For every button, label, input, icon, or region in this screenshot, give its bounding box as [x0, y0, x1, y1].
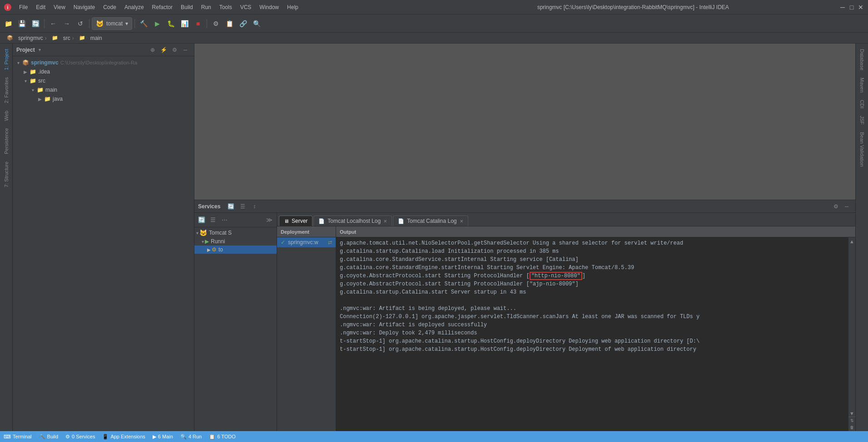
tab-catalina-close[interactable]: ✕ [460, 219, 463, 224]
menu-edit[interactable]: Edit [32, 3, 49, 11]
sidebar-tab-structure[interactable]: 7: Structure [2, 158, 11, 191]
project-locate-btn[interactable]: ⊕ [148, 45, 158, 55]
menu-view[interactable]: View [50, 3, 69, 11]
tree-item-java[interactable]: ▶ 📁 java [13, 94, 194, 103]
services-group-btn[interactable]: ☰ [238, 201, 248, 211]
breadcrumb-src[interactable]: src [63, 35, 70, 41]
services-refresh-btn[interactable]: 🔄 [226, 201, 236, 211]
menu-analyze[interactable]: Analyze [121, 3, 148, 11]
menu-navigate[interactable]: Navigate [70, 3, 99, 11]
sidebar-tab-favorites[interactable]: 2: Favorites [2, 74, 11, 107]
menu-bar: File Edit View Navigate Code Analyze Ref… [15, 3, 427, 11]
forward-button[interactable]: → [60, 17, 73, 30]
sidebar-tab-persistence[interactable]: Persistence [2, 124, 11, 157]
log-content[interactable]: g.apache.tomcat.util.net.NioSelectorPool… [336, 237, 848, 431]
project-panel-tools: ⊕ ⚡ ⚙ ─ [148, 45, 190, 55]
breadcrumb-main[interactable]: main [90, 35, 102, 41]
toolbar-separator-1 [44, 19, 45, 28]
right-tab-database[interactable]: Database [858, 45, 867, 74]
open-button[interactable]: 📁 [2, 17, 15, 30]
tree-item-main[interactable]: ▾ 📁 main [13, 85, 194, 94]
srv-tree-running[interactable]: ▾ ▶ Runni [194, 237, 277, 246]
menu-code[interactable]: Code [99, 3, 120, 11]
tab-tomcat-localhost[interactable]: 📄 Tomcat Localhost Log ✕ [313, 216, 392, 226]
search-everywhere-button[interactable]: 🔍 [250, 17, 263, 30]
srv-tree-tomcat[interactable]: ▾ 🐱 Tomcat S [194, 228, 277, 237]
build-project-button[interactable]: 🔨 [137, 17, 150, 30]
status-todo[interactable]: 📋 6 TODO [209, 434, 236, 440]
services-settings-btn[interactable]: ⚙ [831, 201, 841, 211]
recent-button[interactable]: ↺ [74, 17, 87, 30]
tree-item-src[interactable]: ▾ 📁 src [13, 76, 194, 85]
services-minimize-btn[interactable]: ─ [842, 201, 852, 211]
menu-vcs[interactable]: VCS [237, 3, 255, 11]
right-sidebar: Database Maven CDI JSF Bean Validation [855, 44, 868, 431]
open-profiler-button[interactable]: 📋 [223, 17, 236, 30]
external-tools-button[interactable]: 🔗 [237, 17, 249, 30]
status-main[interactable]: ▶ 6 Main [153, 434, 173, 440]
toolbar-separator-2 [89, 19, 89, 28]
run-icon: 🔍 [180, 434, 187, 440]
scroll-up-btn[interactable]: ▲ [849, 238, 855, 245]
back-button[interactable]: ← [47, 17, 60, 30]
status-terminal[interactable]: ⌨ Terminal [4, 434, 32, 440]
srv-more-btn[interactable]: ⋯ [219, 215, 230, 226]
srv-label-running: Runni [211, 238, 225, 245]
menu-help[interactable]: Help [283, 3, 302, 11]
menu-window[interactable]: Window [256, 3, 283, 11]
breadcrumb: 📦 springmvc › 📁 src › 📁 main [0, 33, 868, 44]
stop-button[interactable]: ■ [192, 17, 204, 30]
status-app-ext[interactable]: 📱 App Extensions [102, 434, 145, 440]
attach-profiler-button[interactable]: ⚙ [209, 17, 222, 30]
tree-item-idea[interactable]: ▶ 📁 .idea [13, 67, 194, 76]
extra-scroll-btn-2[interactable]: 🗑 [848, 424, 855, 431]
srv-label-to: to [218, 246, 223, 253]
right-tab-bean-validation[interactable]: Bean Validation [858, 128, 867, 170]
status-build[interactable]: 🔨 Build [39, 434, 58, 440]
menu-refactor[interactable]: Refactor [149, 3, 176, 11]
status-run[interactable]: 🔍 4 Run [180, 434, 202, 440]
sidebar-tab-web[interactable]: Web [2, 107, 11, 124]
status-services[interactable]: ⚙ 0 Services [65, 434, 95, 440]
menu-build[interactable]: Build [177, 3, 197, 11]
srv-expand-btn[interactable]: ≫ [264, 215, 275, 226]
deployment-item-label: springmvc:w [288, 239, 318, 246]
tree-item-springmvc[interactable]: ▾ 📦 springmvc C:\Users\ly\Desktop\integr… [13, 58, 194, 67]
close-button[interactable]: ✕ [857, 4, 864, 11]
right-tab-maven[interactable]: Maven [858, 74, 867, 96]
menu-run[interactable]: Run [198, 3, 215, 11]
maximize-button[interactable]: □ [848, 4, 855, 11]
svg-text:i: i [7, 5, 9, 10]
output-panel: 🖥 Server 📄 Tomcat Localhost Log ✕ 📄 Tomc… [277, 213, 855, 431]
right-tab-jsf[interactable]: JSF [858, 112, 867, 128]
project-panel-dropdown[interactable]: ▾ [39, 47, 41, 52]
tab-localhost-close[interactable]: ✕ [383, 219, 387, 224]
run-config-selector[interactable]: 🐱 tomcat ▾ [92, 17, 132, 30]
project-filter-btn[interactable]: ⚡ [159, 45, 169, 55]
breadcrumb-springmvc[interactable]: springmvc [18, 35, 43, 41]
srv-group-btn[interactable]: ☰ [208, 215, 218, 226]
minimize-button[interactable]: ─ [839, 4, 846, 11]
srv-refresh-btn[interactable]: 🔄 [196, 215, 207, 226]
deployment-item-springmvc[interactable]: ✓ springmvc:w ⇄ [277, 237, 336, 247]
server-tab-icon: 🖥 [284, 218, 289, 224]
extra-scroll-btn-1[interactable]: ⇅ [848, 417, 855, 424]
debug-button[interactable]: 🐛 [164, 17, 177, 30]
run-with-coverage-button[interactable]: 📊 [178, 17, 191, 30]
tab-server[interactable]: 🖥 Server [279, 216, 312, 226]
right-tab-cdi[interactable]: CDI [858, 96, 867, 112]
run-button[interactable]: ▶ [151, 17, 164, 30]
services-sort-btn[interactable]: ↕ [249, 201, 259, 211]
scroll-down-btn[interactable]: ▼ [849, 410, 855, 417]
srv-tree-to[interactable]: ▶ ⚙ to [194, 246, 277, 254]
menu-tools[interactable]: Tools [216, 3, 236, 11]
srv-label-tomcat: Tomcat S [209, 230, 232, 236]
project-settings-btn[interactable]: ⚙ [169, 45, 179, 55]
project-minimize-btn[interactable]: ─ [180, 45, 190, 55]
services-left-panel: 🔄 ☰ ⋯ ≫ ▾ 🐱 Tomcat S [194, 213, 277, 431]
save-button[interactable]: 💾 [15, 17, 28, 30]
sync-button[interactable]: 🔄 [29, 17, 42, 30]
menu-file[interactable]: File [15, 3, 31, 11]
sidebar-tab-project[interactable]: 1: Project [2, 45, 11, 74]
tab-tomcat-catalina[interactable]: 📄 Tomcat Catalina Log ✕ [393, 216, 468, 226]
